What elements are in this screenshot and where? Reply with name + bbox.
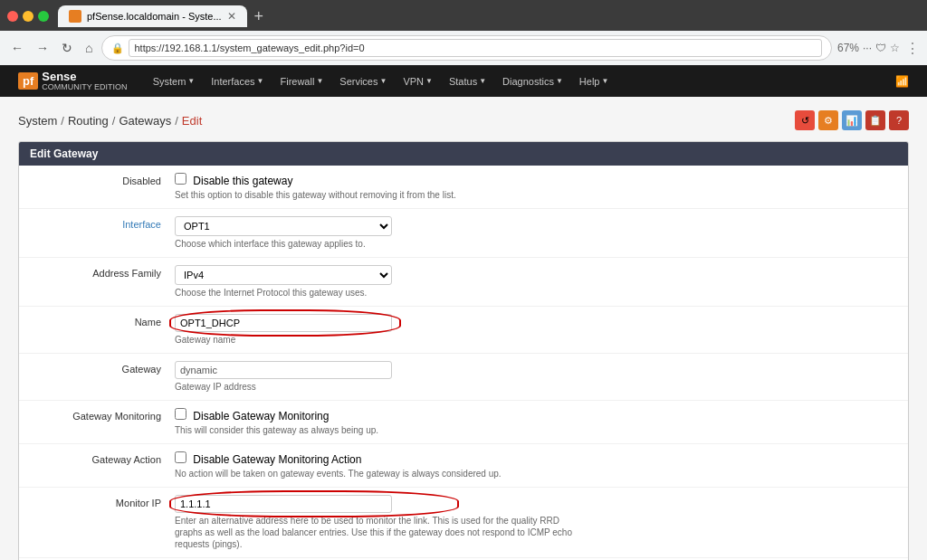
disabled-help: Set this option to disable this gateway … xyxy=(175,189,897,201)
logo-sense: Sense xyxy=(42,71,127,82)
menu-dots[interactable]: ··· xyxy=(863,42,872,54)
caret-icon: ▼ xyxy=(556,77,563,85)
nav-system[interactable]: System ▼ xyxy=(146,72,203,90)
control-address-family: IPv4 Choose the Internet Protocol this g… xyxy=(175,265,897,299)
edit-panel: Edit Gateway Disabled Disable this gatew… xyxy=(18,141,909,560)
interface-help: Choose which interface this gateway appl… xyxy=(175,238,897,250)
label-interface: Interface xyxy=(30,216,175,230)
nav-firewall[interactable]: Firewall ▼ xyxy=(272,72,330,90)
logo-box: pf xyxy=(18,72,38,90)
nav-diagnostics[interactable]: Diagnostics ▼ xyxy=(495,72,570,90)
control-disabled: Disable this gateway Set this option to … xyxy=(175,173,897,201)
caret-icon: ▼ xyxy=(187,77,195,85)
nav-vpn[interactable]: VPN ▼ xyxy=(396,72,440,90)
close-window-btn[interactable] xyxy=(7,11,18,22)
form-row-gateway: Gateway Gateway IP address xyxy=(19,354,908,401)
pfsense-nav: System ▼ Interfaces ▼ Firewall ▼ Service… xyxy=(146,72,877,90)
breadcrumb-system[interactable]: System xyxy=(18,114,57,128)
extensions-icon[interactable]: ⋮ xyxy=(905,40,920,57)
breadcrumb-routing[interactable]: Routing xyxy=(68,114,109,128)
gateway-action-checkbox-label: Disable Gateway Monitoring Action xyxy=(175,453,361,466)
icon-btn-xml[interactable]: 📋 xyxy=(865,110,885,130)
address-family-select[interactable]: IPv4 xyxy=(175,265,392,285)
caret-icon: ▼ xyxy=(316,77,323,85)
monitor-ip-input-container xyxy=(175,495,392,513)
gateway-help: Gateway IP address xyxy=(175,381,897,393)
interface-link[interactable]: Interface xyxy=(122,219,161,230)
form-row-gateway-action: Gateway Action Disable Gateway Monitorin… xyxy=(19,444,908,488)
active-tab[interactable]: pfSense.localdomain - Syste... ✕ xyxy=(58,5,247,27)
icon-btn-chart[interactable]: 📊 xyxy=(842,110,862,130)
edit-panel-header: Edit Gateway xyxy=(19,142,908,166)
interface-select[interactable]: OPT1 xyxy=(175,216,392,236)
nav-interfaces[interactable]: Interfaces ▼ xyxy=(204,72,271,90)
gateway-monitoring-help: This will consider this gateway as alway… xyxy=(175,424,897,436)
tab-favicon xyxy=(69,10,81,23)
name-help: Gateway name xyxy=(175,334,897,346)
home-btn[interactable]: ⌂ xyxy=(81,39,96,57)
form-row-interface: Interface OPT1 Choose which interface th… xyxy=(19,209,908,258)
maximize-window-btn[interactable] xyxy=(38,11,49,22)
browser-actions: ⋮ xyxy=(905,40,920,57)
label-monitor-ip: Monitor IP xyxy=(30,495,175,508)
security-icon: 🔒 xyxy=(111,43,124,54)
breadcrumb: System / Routing / Gateways / Edit ↺ ⚙ 📊… xyxy=(18,110,909,130)
nav-services[interactable]: Services ▼ xyxy=(332,72,394,90)
edit-panel-body: Disabled Disable this gateway Set this o… xyxy=(19,166,908,560)
gateway-input[interactable] xyxy=(175,361,392,379)
tab-close-btn[interactable]: ✕ xyxy=(227,10,236,23)
pfsense-navbar: pf Sense COMMUNITY EDITION System ▼ Inte… xyxy=(0,65,927,97)
gateway-monitoring-checkbox[interactable] xyxy=(175,408,186,420)
gateway-action-checkbox[interactable] xyxy=(175,451,186,463)
reload-btn[interactable]: ↻ xyxy=(58,39,76,57)
breadcrumb-sep2: / xyxy=(112,114,116,128)
form-row-gateway-monitoring: Gateway Monitoring Disable Gateway Monit… xyxy=(19,401,908,444)
breadcrumb-gateways[interactable]: Gateways xyxy=(119,114,171,128)
pfsense-logo: pf Sense COMMUNITY EDITION xyxy=(18,71,128,91)
bookmark-icon[interactable]: ☆ xyxy=(890,42,900,54)
gateway-action-help: No action will be taken on gateway event… xyxy=(175,468,897,479)
minimize-window-btn[interactable] xyxy=(23,11,33,22)
icon-btn-reload[interactable]: ↺ xyxy=(795,110,815,130)
forward-btn[interactable]: → xyxy=(33,39,53,57)
caret-icon: ▼ xyxy=(425,77,433,85)
label-gateway-action: Gateway Action xyxy=(30,451,175,465)
new-tab-btn[interactable]: + xyxy=(247,7,272,26)
gateway-monitoring-checkbox-label: Disable Gateway Monitoring xyxy=(175,410,329,422)
control-gateway-monitoring: Disable Gateway Monitoring This will con… xyxy=(175,408,897,436)
icon-btn-settings[interactable]: ⚙ xyxy=(818,110,838,130)
caret-icon: ▼ xyxy=(479,77,486,85)
address-input[interactable] xyxy=(129,39,821,57)
label-gateway: Gateway xyxy=(30,361,175,375)
address-bar: 🔒 xyxy=(101,35,831,61)
page-content: System / Routing / Gateways / Edit ↺ ⚙ 📊… xyxy=(0,97,927,560)
form-row-address-family: Address Family IPv4 Choose the Internet … xyxy=(19,258,908,307)
back-btn[interactable]: ← xyxy=(7,39,27,57)
nav-status[interactable]: Status ▼ xyxy=(442,72,493,90)
browser-controls-bar: ← → ↻ ⌂ 🔒 67% ··· 🛡 ☆ ⋮ xyxy=(0,31,927,65)
browser-tabs: pfSense.localdomain - Syste... ✕ + xyxy=(58,5,271,27)
zoom-level: 67% xyxy=(837,42,859,54)
control-name: Gateway name xyxy=(175,314,897,346)
control-monitor-ip: Enter an alternative address here to be … xyxy=(175,495,897,550)
icon-btn-help[interactable]: ? xyxy=(889,110,909,130)
breadcrumb-sep1: / xyxy=(61,114,64,128)
nav-help[interactable]: Help ▼ xyxy=(572,72,616,90)
control-gateway-action: Disable Gateway Monitoring Action No act… xyxy=(175,451,897,479)
nav-right-icon[interactable]: 📶 xyxy=(895,75,909,88)
monitor-ip-help: Enter an alternative address here to be … xyxy=(175,515,582,550)
shield-icon: 🛡 xyxy=(875,42,886,54)
control-gateway: Gateway IP address xyxy=(175,361,897,393)
disabled-checkbox[interactable] xyxy=(175,173,186,185)
address-family-help: Choose the Internet Protocol this gatewa… xyxy=(175,287,897,299)
caret-icon: ▼ xyxy=(601,77,608,85)
name-input-container xyxy=(175,314,392,332)
form-row-monitor-ip: Monitor IP Enter an alternative address … xyxy=(19,488,908,558)
breadcrumb-left: System / Routing / Gateways / Edit xyxy=(18,114,202,128)
breadcrumb-icons: ↺ ⚙ 📊 📋 ? xyxy=(795,110,909,130)
caret-icon: ▼ xyxy=(379,77,387,85)
name-input[interactable] xyxy=(175,314,392,332)
form-row-disabled: Disabled Disable this gateway Set this o… xyxy=(19,166,908,209)
breadcrumb-edit: Edit xyxy=(182,114,202,128)
monitor-ip-input[interactable] xyxy=(175,495,392,513)
